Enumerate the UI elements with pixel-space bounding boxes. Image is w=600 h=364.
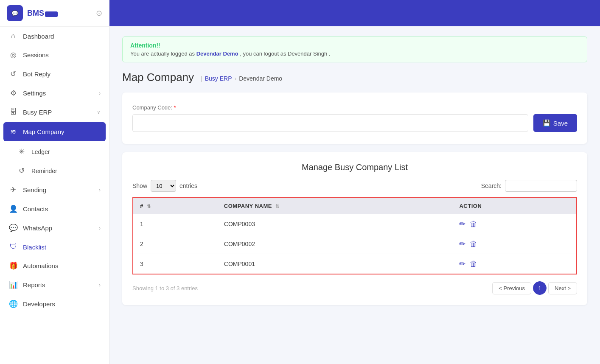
search-label: Search: (481, 182, 502, 189)
company-table: # ⇅ COMPANY NAME ⇅ ACTION 1 COMP0003 ✏ 🗑 (132, 197, 577, 274)
sidebar-item-whatsapp[interactable]: 💬 WhatsApp › (0, 218, 109, 238)
sidebar-item-label: Blacklist (23, 244, 46, 251)
company-code-form-card: Company Code: * 💾 Save (122, 92, 587, 144)
breadcrumb-parent[interactable]: Busy ERP (205, 75, 232, 82)
page-1-button[interactable]: 1 (533, 281, 547, 295)
save-icon: 💾 (543, 119, 551, 127)
blacklist-icon: 🛡 (8, 243, 18, 251)
sidebar-item-sending[interactable]: ✈ Sending › (0, 180, 109, 199)
sidebar-item-reminder[interactable]: ↺ Reminder (0, 161, 109, 180)
table-title: Manage Busy Company List (132, 162, 577, 172)
sidebar-item-label: Reminder (31, 168, 57, 174)
breadcrumb-current: Devendar Demo (239, 75, 282, 82)
alert-user-demo: Devendar Demo (196, 50, 238, 57)
col-action: ACTION (452, 197, 577, 214)
sidebar-item-label: Reports (23, 281, 45, 288)
delete-icon[interactable]: 🗑 (470, 240, 477, 249)
sidebar-item-ledger[interactable]: ✳ Ledger (0, 142, 109, 161)
content-area: Attention!! You are actually logged as D… (109, 26, 600, 364)
chevron-right-icon: › (99, 225, 101, 231)
sidebar-settings-icon[interactable]: ⊙ (96, 8, 102, 18)
home-icon: ⌂ (8, 32, 18, 40)
table-row: 1 COMP0003 ✏ 🗑 (133, 214, 577, 234)
whatsapp-icon: 💬 (8, 224, 18, 232)
form-row: 💾 Save (132, 114, 577, 132)
sidebar-item-label: Settings (23, 90, 46, 97)
sidebar-item-dashboard[interactable]: ⌂ Dashboard (0, 27, 109, 45)
sidebar-item-label: Contacts (23, 205, 48, 213)
edit-icon[interactable]: ✏ (459, 219, 465, 229)
sessions-icon: ◎ (8, 50, 18, 59)
table-row: 2 COMP0002 ✏ 🗑 (133, 234, 577, 254)
cell-action: ✏ 🗑 (452, 214, 577, 234)
table-row: 3 COMP0001 ✏ 🗑 (133, 254, 577, 274)
sidebar-item-label: WhatsApp (23, 224, 52, 232)
breadcrumb-separator: | (201, 75, 202, 82)
sidebar-item-reports[interactable]: 📊 Reports › (0, 275, 109, 294)
sending-icon: ✈ (8, 185, 18, 194)
cell-company-name: COMP0003 (217, 214, 453, 234)
cell-action: ✏ 🗑 (452, 234, 577, 254)
breadcrumb-arrow: › (235, 75, 237, 82)
sidebar-item-busy-erp[interactable]: 🗄 Busy ERP ∨ (0, 103, 109, 121)
edit-icon[interactable]: ✏ (459, 239, 465, 249)
sort-icon: ⇅ (275, 204, 280, 209)
sidebar-item-developers[interactable]: 🌐 Developers (0, 294, 109, 314)
table-header: # ⇅ COMPANY NAME ⇅ ACTION (133, 197, 577, 214)
logo-icon: 💬 (7, 5, 23, 21)
developers-icon: 🌐 (8, 300, 18, 308)
chevron-right-icon: › (99, 187, 101, 193)
sidebar-item-sessions[interactable]: ◎ Sessions (0, 45, 109, 64)
prev-button[interactable]: < Previous (492, 282, 531, 294)
chevron-right-icon: › (99, 90, 101, 96)
show-entries-control: Show 10 25 50 100 entries (132, 180, 197, 192)
sidebar-item-blacklist[interactable]: 🛡 Blacklist (0, 238, 109, 256)
cell-num: 2 (133, 234, 217, 254)
search-area: Search: (481, 180, 577, 192)
sidebar-item-contacts[interactable]: 👤 Contacts (0, 199, 109, 218)
cell-action: ✏ 🗑 (452, 254, 577, 274)
col-num: # ⇅ (133, 197, 217, 214)
cell-company-name: COMP0001 (217, 254, 453, 274)
showing-text: Showing 1 to 3 of 3 entries (132, 285, 198, 291)
table-body: 1 COMP0003 ✏ 🗑 2 COMP0002 ✏ 🗑 3 COMP0001 (133, 214, 577, 274)
sidebar-item-label: Ledger (31, 148, 50, 155)
required-mark: * (174, 104, 176, 111)
show-label: Show (132, 182, 147, 189)
busy-erp-icon: 🗄 (8, 108, 18, 116)
search-input[interactable] (505, 180, 577, 192)
sidebar: 💬 BMSPRO ⊙ ⌂ Dashboard ◎ Sessions ↺ Bot … (0, 0, 109, 364)
sidebar-logo: 💬 BMSPRO ⊙ (0, 0, 109, 27)
page-header: Map Company | Busy ERP › Devendar Demo (122, 71, 587, 84)
alert-body-suffix: . (329, 50, 331, 57)
chevron-down-icon: ∨ (97, 109, 101, 115)
entries-label: entries (179, 182, 197, 189)
sidebar-item-bot-reply[interactable]: ↺ Bot Reply (0, 64, 109, 84)
sidebar-item-label: Bot Reply (23, 70, 50, 78)
main-content: Attention!! You are actually logged as D… (109, 0, 600, 364)
delete-icon[interactable]: 🗑 (470, 220, 477, 229)
cell-num: 3 (133, 254, 217, 274)
sidebar-item-settings[interactable]: ⚙ Settings › (0, 84, 109, 103)
company-code-input[interactable] (132, 114, 528, 132)
company-code-label: Company Code: * (132, 104, 577, 111)
manage-company-table-card: Manage Busy Company List Show 10 25 50 1… (122, 152, 587, 305)
ledger-icon: ✳ (17, 147, 26, 156)
alert-title: Attention!! (130, 42, 579, 49)
reminder-icon: ↺ (17, 166, 26, 175)
save-button[interactable]: 💾 Save (533, 114, 577, 132)
cell-company-name: COMP0002 (217, 234, 453, 254)
reports-icon: 📊 (8, 280, 18, 289)
sort-icon: ⇅ (147, 204, 151, 209)
entries-select[interactable]: 10 25 50 100 (151, 180, 176, 192)
sidebar-item-automations[interactable]: 🎁 Automations (0, 256, 109, 275)
alert-body-middle: , you can logout as (240, 50, 288, 57)
delete-icon[interactable]: 🗑 (470, 260, 477, 269)
sidebar-item-map-company[interactable]: ≋ Map Company (3, 122, 106, 141)
sidebar-item-label: Map Company (23, 128, 64, 135)
sidebar-item-label: Dashboard (23, 33, 54, 40)
cell-num: 1 (133, 214, 217, 234)
alert-banner: Attention!! You are actually logged as D… (122, 36, 587, 62)
next-button[interactable]: Next > (548, 282, 577, 294)
edit-icon[interactable]: ✏ (459, 259, 465, 269)
